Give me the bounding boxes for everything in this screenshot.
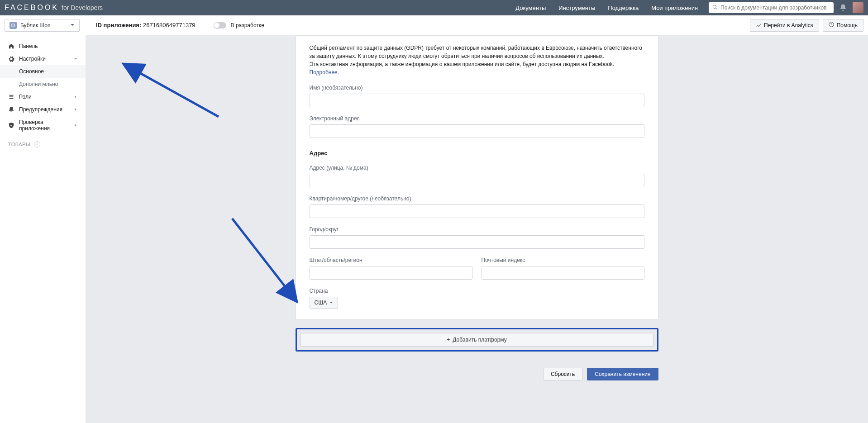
reset-button[interactable]: Сбросить	[543, 368, 582, 380]
brand-logo[interactable]: FACEBOOK	[5, 4, 59, 12]
sidebar-item-label: Роли	[19, 94, 32, 100]
annotation-arrow-1	[133, 67, 223, 123]
help-button[interactable]: ? Помощь	[823, 19, 863, 32]
app-id: ID приложения: 2671680649771379	[96, 22, 196, 29]
home-icon	[8, 43, 14, 49]
apt-input[interactable]	[310, 204, 644, 218]
products-label: ТОВАРЫ	[8, 142, 30, 147]
content-area: Общий регламент по защите данных (GDPR) …	[86, 35, 868, 423]
brand-subtitle: for Developers	[62, 4, 103, 11]
svg-text:?: ?	[830, 23, 832, 26]
shield-icon	[8, 122, 14, 128]
email-label: Электронный адрес	[310, 115, 644, 122]
name-label: Имя (необязательно)	[310, 85, 644, 91]
street-input[interactable]	[310, 174, 644, 187]
add-platform-button[interactable]: + Добавить платформу	[300, 333, 653, 347]
nav-tools[interactable]: Инструменты	[552, 0, 601, 15]
sidebar-sub-basic[interactable]: Основное	[0, 65, 86, 78]
name-input[interactable]	[310, 94, 644, 107]
nav-my-apps[interactable]: Мои приложения	[645, 0, 704, 15]
country-value: США	[315, 299, 327, 306]
save-button[interactable]: Сохранить изменения	[587, 368, 658, 380]
sidebar-item-app-review[interactable]: Проверка приложения	[0, 116, 86, 135]
notifications-icon[interactable]	[839, 4, 847, 12]
sidebar-item-label: Настройки	[19, 56, 46, 62]
add-platform-label: Добавить платформу	[453, 337, 506, 343]
analytics-button[interactable]: Перейти в Analytics	[750, 19, 819, 32]
bell-icon	[8, 106, 14, 113]
roles-icon	[8, 94, 14, 100]
search-box[interactable]	[709, 2, 834, 13]
sidebar-item-alerts[interactable]: Предупреждения	[0, 103, 86, 116]
sidebar-item-panel[interactable]: Панель	[0, 40, 86, 52]
address-heading: Адрес	[310, 150, 644, 157]
app-id-value: 2671680649771379	[143, 22, 196, 29]
app-id-label: ID приложения:	[96, 22, 141, 29]
plus-icon: +	[447, 337, 450, 343]
app-selector[interactable]: Бублик Шоп	[5, 19, 80, 32]
top-navbar: FACEBOOK for Developers Документы Инстру…	[0, 0, 868, 15]
help-label: Помощь	[837, 22, 858, 29]
search-icon	[712, 5, 720, 11]
sidebar-item-roles[interactable]: Роли	[0, 90, 86, 103]
sidebar-item-settings[interactable]: Настройки	[0, 52, 86, 65]
status-label: В разработке	[231, 22, 264, 29]
sidebar-item-label: Проверка приложения	[19, 119, 74, 132]
analytics-label: Перейти в Analytics	[764, 22, 813, 29]
app-icon	[10, 22, 17, 29]
sidebar-sub-advanced[interactable]: Дополнительно	[0, 78, 86, 90]
sidebar-item-label: Предупреждения	[19, 106, 62, 113]
status-toggle[interactable]	[214, 22, 226, 29]
sidebar-item-label: Панель	[19, 43, 38, 49]
sidebar: Панель Настройки Основное Дополнительно …	[0, 35, 86, 423]
gear-icon	[8, 56, 14, 62]
city-input[interactable]	[310, 235, 644, 249]
caret-down-icon	[329, 299, 333, 306]
gdpr-description: Общий регламент по защите данных (GDPR) …	[310, 44, 644, 76]
plus-icon: +	[34, 141, 40, 147]
settings-card: Общий регламент по защите данных (GDPR) …	[296, 35, 658, 320]
learn-more-link[interactable]: Подробнее.	[310, 69, 339, 76]
chevron-right-icon	[74, 122, 77, 128]
chevron-right-icon	[74, 94, 77, 100]
caret-down-icon	[70, 22, 75, 29]
postal-label: Почтовый индекс	[482, 257, 644, 263]
country-label: Страна	[310, 288, 644, 294]
street-label: Адрес (улица, № дома)	[310, 165, 644, 171]
svg-line-3	[232, 219, 296, 300]
state-input[interactable]	[310, 266, 472, 280]
help-icon: ?	[829, 22, 834, 29]
svg-line-2	[137, 71, 219, 117]
email-input[interactable]	[310, 124, 644, 138]
city-label: Город/округ	[310, 226, 644, 233]
sidebar-products[interactable]: ТОВАРЫ +	[0, 135, 86, 154]
sub-header: Бублик Шоп ID приложения: 26716806497713…	[0, 15, 868, 35]
chevron-down-icon	[74, 56, 77, 62]
state-label: Штат/область/регион	[310, 257, 472, 263]
country-select[interactable]: США	[310, 297, 339, 309]
postal-input[interactable]	[482, 266, 644, 280]
search-input[interactable]	[720, 5, 830, 11]
chevron-right-icon	[74, 106, 77, 113]
apt-label: Квартира/номер/другое (необязательно)	[310, 195, 644, 202]
add-platform-highlight: + Добавить платформу	[296, 328, 658, 352]
analytics-icon	[756, 22, 761, 29]
annotation-arrow-2	[228, 214, 300, 306]
avatar[interactable]	[853, 2, 863, 13]
nav-support[interactable]: Поддержка	[601, 0, 645, 15]
footer-actions: Сбросить Сохранить изменения	[296, 368, 658, 380]
nav-documents[interactable]: Документы	[509, 0, 552, 15]
app-name: Бублик Шоп	[20, 22, 51, 29]
